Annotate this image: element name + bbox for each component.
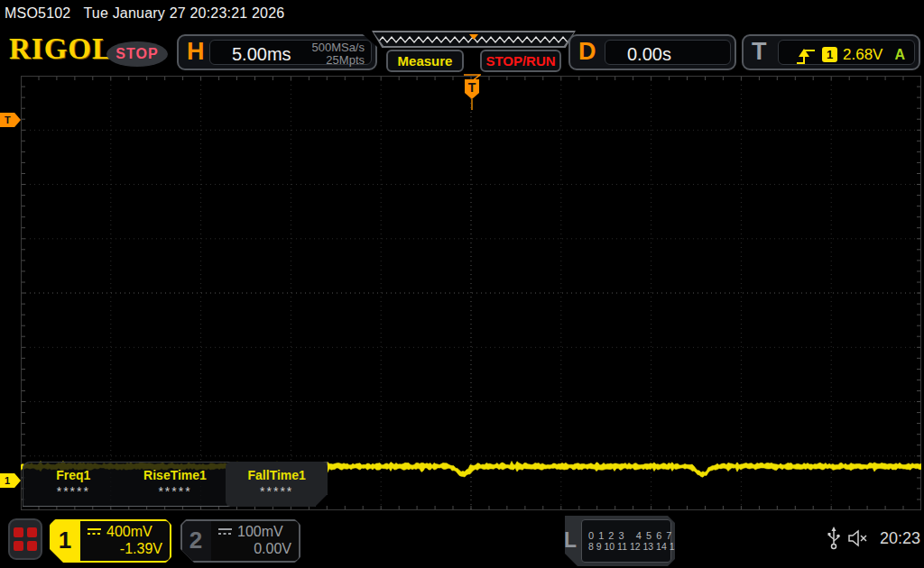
delay-label: D	[578, 38, 596, 66]
channel1-offset: -1.39V	[88, 541, 162, 557]
logic-channel-numbers: 0 1 2 3 4 5 6 7 8 9 10 11 12 13 14 15	[581, 519, 671, 563]
stop-run-button[interactable]: STOP/RUN	[480, 50, 561, 72]
trigger-mode: A	[894, 47, 905, 63]
bottom-bar: 1 400mV -1.39V 2	[0, 510, 924, 568]
preview-trigger-marker-icon	[469, 34, 478, 40]
speaker-mute-icon[interactable]	[848, 529, 872, 547]
trigger-level-marker[interactable]: T	[0, 113, 21, 127]
rising-edge-trigger-icon	[795, 45, 817, 67]
delay-value: 0.00s	[627, 44, 671, 65]
horizontal-label: H	[187, 38, 205, 66]
trigger-position-flag: T	[465, 79, 479, 99]
dc-coupling-icon	[218, 527, 232, 536]
trigger-panel[interactable]: T 1 2.68V A	[742, 34, 920, 70]
waveform-preview-strip[interactable]	[372, 31, 576, 48]
channel2-number: 2	[180, 519, 211, 563]
trigger-label: T	[752, 38, 767, 66]
trigger-source-badge: 1	[822, 47, 837, 62]
measurement-item-risetime1[interactable]: RiseTime1 *****	[125, 462, 226, 507]
logic-label: L	[564, 528, 577, 553]
usb-icon	[827, 527, 840, 550]
measure-button[interactable]: Measure	[386, 50, 464, 72]
horizontal-panel[interactable]: H 5.00ms 500MSa/s 25Mpts	[177, 34, 377, 70]
delay-panel[interactable]: D 0.00s	[568, 34, 736, 70]
measurement-item-falltime1[interactable]: FallTime1 *****	[226, 462, 328, 507]
channel1-scale: 400mV	[106, 524, 152, 540]
logic-analyzer-panel[interactable]: L 0 1 2 3 4 5 6 7 8 9 10 11 12 13 14 15	[558, 516, 675, 566]
channel1-position-marker[interactable]: 1	[0, 473, 21, 488]
measurement-item-freq1[interactable]: Freq1 *****	[23, 462, 125, 507]
oscilloscope-screen: MSO5102 Tue January 27 20:23:21 2026 RIG…	[0, 0, 924, 568]
timebase-value: 5.00ms	[232, 44, 291, 65]
top-info-bar: MSO5102 Tue January 27 20:23:21 2026	[0, 0, 924, 27]
datetime-text: Tue January 27 20:23:21 2026	[83, 5, 284, 22]
channel1-number: 1	[50, 519, 80, 563]
clock-display: 20:23	[880, 529, 920, 548]
header-toolbar: RIGOL STOP H 5.00ms 500MSa/s 25Mpts Meas…	[0, 27, 924, 76]
trigger-position-stem	[471, 99, 473, 110]
graticule	[21, 76, 921, 510]
rigol-logo: RIGOL	[9, 32, 113, 66]
model-name: MSO5102	[5, 5, 70, 22]
channel2-box[interactable]: 2 100mV 0.00V	[180, 519, 300, 563]
menu-grid-icon[interactable]	[8, 518, 42, 560]
trigger-position-marker[interactable]: T	[463, 76, 481, 112]
acquisition-info: 500MSa/s 25Mpts	[311, 41, 365, 67]
channel1-box[interactable]: 1 400mV -1.39V	[50, 519, 171, 563]
ch1-waveform-trace	[21, 76, 921, 510]
channel2-offset: 0.00V	[218, 541, 291, 557]
dc-coupling-icon	[88, 527, 101, 536]
run-state-badge[interactable]: STOP	[106, 41, 168, 67]
trigger-level-value: 2.68V	[843, 46, 882, 64]
channel2-scale: 100mV	[237, 524, 283, 540]
measurement-overlay[interactable]: Freq1 ***** RiseTime1 ***** FallTime1 **…	[23, 462, 328, 507]
